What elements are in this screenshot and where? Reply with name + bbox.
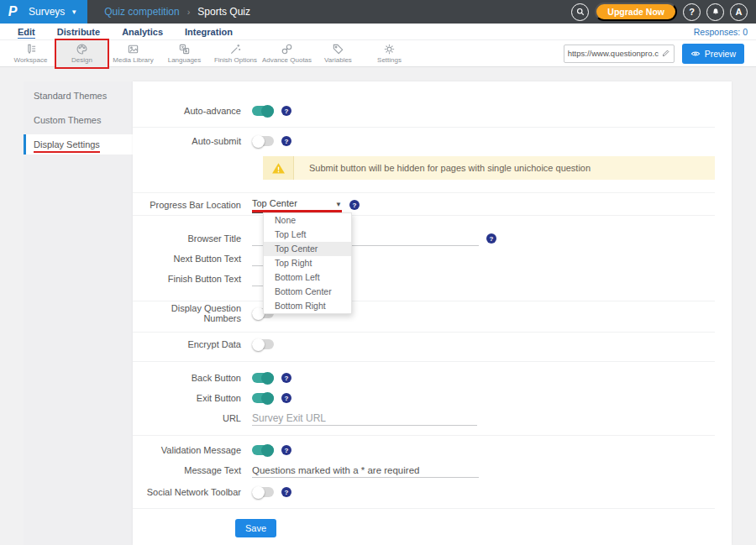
auto-advance-toggle[interactable] [252, 106, 274, 116]
tab-edit[interactable]: Edit [7, 27, 46, 37]
languages-icon [178, 43, 191, 55]
toggle-knob [261, 372, 274, 385]
help-icon[interactable]: ? [281, 393, 291, 403]
design-sidebar: Standard Themes Custom Themes Display Se… [24, 81, 133, 545]
tab-analytics-label: Analytics [122, 27, 163, 37]
finish-options-wand-icon [229, 43, 242, 55]
design-palette-icon [76, 43, 88, 55]
auto-submit-row: Auto-submit ? [133, 131, 732, 151]
logo-letter: P [8, 4, 18, 19]
breadcrumb-separator-icon: › [187, 7, 191, 17]
questionpro-logo[interactable]: P [0, 0, 25, 24]
advance-quotas-links-icon [281, 43, 293, 55]
toolbar-item-languages[interactable]: Languages [159, 40, 210, 67]
chevron-down-icon: ▼ [335, 201, 342, 208]
toggle-knob [261, 105, 274, 118]
preview-button[interactable]: Preview [682, 44, 744, 64]
help-icon[interactable]: ? [281, 106, 291, 116]
divider [133, 301, 715, 301]
sidebar-item-standard-themes[interactable]: Standard Themes [24, 86, 133, 106]
edit-pencil-icon[interactable] [661, 49, 670, 58]
divider [133, 435, 715, 436]
search-button[interactable] [571, 3, 589, 21]
auto-submit-toggle[interactable] [252, 136, 274, 146]
help-icon[interactable]: ? [281, 445, 291, 455]
warning-banner: Submit button will be hidden for pages w… [263, 156, 715, 180]
dropdown-option-bottom-right[interactable]: Bottom Right [264, 299, 351, 313]
avatar[interactable]: A [730, 3, 748, 21]
validation-message-label: Validation Message [133, 445, 252, 455]
divider [133, 508, 715, 509]
browser-title-label: Browser Title [133, 233, 252, 244]
help-icon[interactable]: ? [281, 487, 291, 497]
survey-url-input[interactable] [568, 49, 659, 58]
auto-submit-label: Auto-submit [133, 136, 252, 146]
help-icon[interactable]: ? [281, 136, 291, 146]
surveys-menu[interactable]: Surveys ▼ [25, 0, 87, 24]
tab-integration-label: Integration [185, 27, 233, 37]
message-text-input[interactable] [252, 463, 479, 478]
auto-advance-row: Auto-advance ? [133, 101, 732, 121]
tab-distribute[interactable]: Distribute [46, 27, 111, 37]
toggle-knob [252, 135, 265, 148]
toolbar-item-advance-quotas[interactable]: Advance Quotas [261, 40, 312, 67]
toolbar-item-finish-options[interactable]: Finish Options [210, 40, 261, 67]
help-icon[interactable]: ? [349, 200, 360, 210]
tab-analytics[interactable]: Analytics [111, 27, 174, 37]
toolbar-item-design[interactable]: Design [56, 40, 108, 67]
sidebar-item-display-settings[interactable]: Display Settings [24, 134, 133, 155]
save-button[interactable]: Save [235, 519, 276, 537]
exit-url-row: URL [133, 408, 732, 428]
help-button[interactable]: ? [683, 3, 701, 21]
next-button-text-label: Next Button Text [133, 254, 252, 264]
warning-text: Submit button will be hidden for pages w… [294, 163, 591, 173]
settings-gear-icon [383, 43, 396, 55]
surveys-menu-label: Surveys [29, 6, 65, 18]
finish-button-text-label: Finish Button Text [133, 274, 252, 284]
warning-icon-box [263, 156, 294, 180]
responses-count: Responses: 0 [694, 27, 756, 37]
progress-bar-location-dropdown: None Top Left Top Center Top Right Botto… [263, 212, 352, 314]
divider [133, 215, 715, 216]
encrypt-data-row: Encrypt Data [133, 334, 732, 354]
exit-button-toggle[interactable] [252, 393, 274, 403]
social-network-toolbar-toggle[interactable] [252, 487, 274, 497]
sidebar-item-custom-themes[interactable]: Custom Themes [24, 110, 133, 130]
sidebar-item-label: Standard Themes [34, 91, 107, 101]
divider [133, 127, 715, 128]
tab-distribute-label: Distribute [57, 27, 100, 37]
toolbar-item-media-library[interactable]: Media Library [108, 40, 159, 67]
toolbar-item-workspace[interactable]: Workspace [5, 40, 56, 67]
dropdown-option-top-right[interactable]: Top Right [264, 256, 351, 270]
section-tabs: Edit Distribute Analytics Integration Re… [0, 24, 756, 40]
help-icon[interactable]: ? [281, 373, 291, 383]
validation-message-toggle[interactable] [252, 445, 274, 455]
dropdown-option-bottom-center[interactable]: Bottom Center [264, 285, 351, 299]
dropdown-option-top-left[interactable]: Top Left [264, 228, 351, 242]
back-button-toggle[interactable] [252, 373, 274, 383]
exit-url-label: URL [133, 413, 252, 423]
toolbar-item-variables[interactable]: Variables [312, 40, 364, 67]
tab-integration[interactable]: Integration [174, 27, 244, 37]
upgrade-now-button[interactable]: Upgrade Now [595, 3, 677, 22]
toolbar-item-settings[interactable]: Settings [364, 40, 415, 67]
progress-bar-location-select[interactable]: Top Center ▼ [252, 198, 342, 212]
notifications-button[interactable] [706, 3, 724, 21]
back-button-row: Back Button ? [133, 368, 732, 388]
toolbar-item-label: Languages [168, 56, 202, 64]
help-icon[interactable]: ? [486, 233, 496, 244]
dropdown-option-top-center[interactable]: Top Center [264, 242, 351, 256]
browser-title-row: Browser Title ? [133, 228, 732, 249]
workspace-icon [24, 43, 37, 55]
dropdown-option-bottom-left[interactable]: Bottom Left [264, 270, 351, 285]
next-button-text-row: Next Button Text [133, 249, 732, 269]
exit-url-input[interactable] [252, 411, 477, 426]
display-question-numbers-row: Display Question Numbers [133, 303, 732, 323]
auto-advance-label: Auto-advance [133, 106, 252, 116]
message-text-row: Message Text [133, 460, 732, 480]
encrypt-data-toggle[interactable] [252, 339, 274, 349]
dropdown-option-none[interactable]: None [264, 213, 351, 228]
brand-area: P Surveys ▼ [0, 0, 87, 24]
breadcrumb-parent[interactable]: Quiz competition [104, 6, 179, 18]
toggle-knob [261, 444, 274, 457]
